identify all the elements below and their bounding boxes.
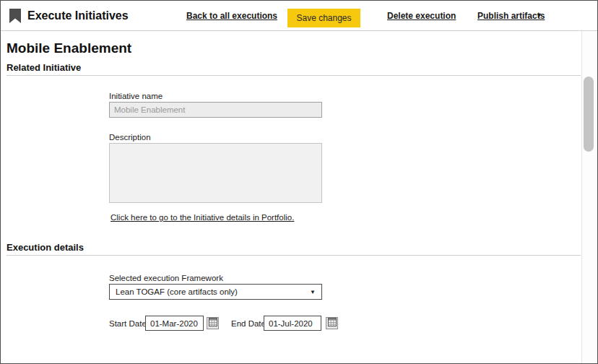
portfolio-details-link[interactable]: Click here to go to the Initiative detai…: [110, 213, 294, 222]
scrollbar-track[interactable]: [581, 31, 597, 363]
section-divider: [6, 255, 581, 256]
end-date-field[interactable]: [264, 316, 321, 331]
end-date-label: End Date: [231, 319, 266, 328]
initiative-name-label: Initiative name: [109, 92, 162, 100]
publish-artifacts-link[interactable]: Publish artifacts: [477, 11, 545, 21]
back-to-executions-link[interactable]: Back to all executions: [186, 11, 277, 21]
app-title: Execute Initiatives: [27, 1, 129, 31]
section-title-related-initiative: Related Initiative: [6, 62, 81, 73]
calendar-icon: [328, 318, 337, 329]
save-changes-button[interactable]: Save changes: [287, 9, 360, 27]
header-bar: Execute Initiatives Back to all executio…: [1, 1, 597, 31]
start-date-label: Start Date: [109, 319, 147, 328]
app-window: Execute Initiatives Back to all executio…: [0, 0, 598, 364]
initiative-name-field[interactable]: [109, 102, 322, 118]
bookmark-icon: [9, 8, 22, 24]
end-date-calendar-button[interactable]: [326, 317, 338, 329]
description-label: Description: [109, 133, 151, 142]
framework-selected-value: Lean TOGAF (core artifacts only): [116, 287, 310, 296]
section-divider: [6, 75, 581, 76]
description-field[interactable]: [109, 143, 322, 203]
calendar-icon: [209, 318, 217, 329]
scrollbar-thumb[interactable]: [584, 77, 594, 152]
page-title: Mobile Enablement: [6, 40, 131, 56]
framework-label: Selected execution Framework: [109, 274, 223, 282]
start-date-calendar-button[interactable]: [207, 317, 219, 329]
delete-execution-link[interactable]: Delete execution: [387, 11, 456, 21]
section-title-execution-details: Execution details: [6, 242, 84, 253]
framework-select[interactable]: Lean TOGAF (core artifacts only) ▼: [109, 284, 322, 300]
chevron-down-icon: ▼: [310, 289, 316, 295]
start-date-field[interactable]: [145, 316, 204, 331]
publish-caret-icon[interactable]: ▼: [536, 12, 542, 19]
